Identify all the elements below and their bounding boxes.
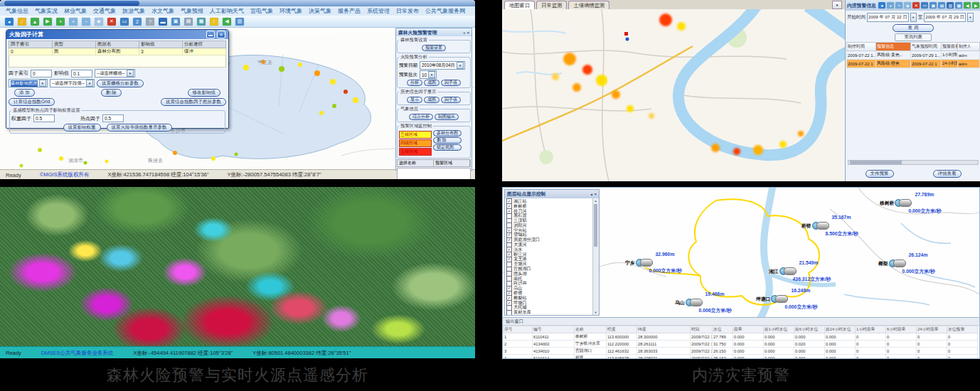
full-extent-icon[interactable]: ▭ — [119, 17, 129, 26]
station-marker[interactable]: 坪塘口 16.248m 0.000立方米/秒 — [756, 295, 789, 303]
date-from-input[interactable]: 2009 年 07 月 22 日 — [867, 13, 909, 22]
station-marker[interactable]: 乌山 19.466m 0.006立方米/秒 — [675, 299, 703, 306]
map-tab[interactable]: 日常监测 — [536, 1, 567, 9]
scroll-up-icon[interactable]: ▲ — [593, 198, 598, 203]
chart-icon[interactable]: ▥ — [235, 17, 245, 26]
record-table-header[interactable]: 气象预报时间 — [911, 43, 942, 51]
panel-hscrollbar[interactable] — [848, 160, 979, 165]
full-extent-icon[interactable]: ▭ — [921, 2, 929, 9]
weather-button[interactable]: 综合分析 — [409, 114, 433, 120]
analysis-button[interactable]: 分析 — [407, 80, 422, 86]
station-marker[interactable]: 株树桥 27.789m 0.000立方米/秒 — [880, 199, 912, 207]
gauge-icon[interactable] — [686, 299, 703, 306]
batch-select[interactable]: 10 ▾ — [420, 70, 437, 79]
analysis-button[interactable]: 成图 — [424, 80, 440, 86]
measure-icon[interactable]: ∕ — [17, 17, 27, 26]
menu-item[interactable]: 公共气象服务网 — [425, 7, 465, 15]
zoom-out-icon[interactable]: − — [81, 17, 91, 26]
warning-level-swatch[interactable]: 五级区域 — [399, 148, 432, 156]
fire-map-area[interactable]: 平江县长沙市湘潭市株洲县 火险因子计算 ▬ ✕ 因子索引类型图层名影响值分析途径… — [0, 28, 475, 169]
station-table-row[interactable]: 24134002宁乡铁冲水库112.22000028.2611112009/7/… — [504, 341, 978, 348]
menu-item[interactable]: 雷电气象 — [250, 7, 273, 15]
field-select[interactable]: --请选择字段值-- ▾ — [50, 79, 95, 87]
station-table-header[interactable]: 24小时雨量 — [917, 326, 947, 333]
file-warning-button[interactable]: 文件预警 — [866, 170, 894, 178]
refresh-icon[interactable]: ▣ — [930, 2, 937, 9]
date-to-input[interactable]: 2009 年 07 月 29 日 — [924, 13, 966, 22]
chevron-down-icon[interactable]: ▾ — [86, 80, 93, 87]
station-table-header[interactable]: 经度 — [607, 326, 637, 333]
record-table-header[interactable]: 制作人 — [958, 43, 980, 51]
delete-icon[interactable]: ✕ — [107, 17, 117, 26]
globe-icon[interactable]: ● — [4, 17, 14, 26]
pan-icon[interactable]: ◈ — [94, 17, 104, 26]
warn-setting-button[interactable]: 预警设置 — [422, 45, 446, 51]
menu-item[interactable]: 日常发布 — [396, 7, 419, 15]
save-icon[interactable]: ▦ — [955, 2, 963, 9]
set-factor-layer-button[interactable]: 设置综合指数因子图层参数 — [161, 98, 226, 106]
close-icon[interactable]: ✕ — [217, 31, 225, 38]
collapse-icon[interactable]: ▾ — [590, 192, 592, 197]
close-icon[interactable]: × — [467, 31, 469, 35]
chevron-down-icon[interactable]: ▾ — [127, 70, 134, 77]
station-table-header[interactable]: 纬度 — [637, 326, 691, 333]
pan-icon[interactable]: ◈ — [904, 2, 912, 9]
station-table-header[interactable]: 水位 — [713, 326, 733, 333]
station-table-header[interactable]: 6小时雨量 — [886, 326, 917, 333]
gauge-icon[interactable] — [779, 267, 797, 275]
select-arrow-icon[interactable]: ▶ — [43, 17, 53, 26]
add-button[interactable]: 添 加 — [14, 89, 35, 97]
menu-item[interactable]: 交通气象 — [93, 7, 116, 15]
gauge-icon[interactable] — [889, 259, 907, 267]
chevron-down-icon[interactable]: ▾ — [428, 71, 435, 78]
fly-to-icon[interactable]: ▲ — [30, 17, 40, 26]
delete-button[interactable]: 删 除 — [101, 89, 122, 97]
hydrology-map-area[interactable]: 株树桥 27.789m 0.000立方米/秒 桥驿 35.167m 8.500立… — [503, 188, 979, 319]
map-tab[interactable]: 地图窗口 — [504, 1, 535, 9]
history-button[interactable]: 显示 — [407, 97, 422, 103]
station-table-header[interactable]: 时间 — [691, 326, 713, 333]
query-list-tab[interactable]: 查询列表 — [895, 33, 932, 41]
chevron-down-icon[interactable]: ▾ — [39, 80, 46, 87]
back-icon[interactable]: ◀ — [222, 17, 232, 26]
station-table-header[interactable]: 前1小时水位 — [764, 326, 794, 333]
record-table-header[interactable]: 预警雨量类型 — [942, 43, 958, 51]
zoom-out-icon[interactable]: − — [895, 2, 903, 9]
station-table-header[interactable]: 名称 — [575, 326, 607, 333]
weather-button[interactable]: 制图输出 — [435, 114, 459, 120]
zone-button[interactable]: 删 除 — [433, 137, 462, 144]
zone-button[interactable]: 锁定视图 — [433, 144, 462, 151]
detail-view-button[interactable]: 详情查看 — [933, 170, 962, 178]
gauge-icon[interactable] — [636, 259, 654, 267]
layer-select[interactable]: 森林影响图层 ▾ — [9, 79, 48, 87]
menu-item[interactable]: 决策气象 — [309, 7, 331, 15]
delete-icon[interactable]: ✕ — [912, 2, 920, 9]
layer-checkbox-item[interactable]: 黄材水库 — [506, 310, 592, 315]
pin-icon[interactable]: ! — [209, 17, 219, 26]
zone-button[interactable]: 森林分布图 — [433, 130, 462, 136]
gauge-icon[interactable] — [812, 222, 830, 230]
station-marker[interactable]: 宁乡 32.960m 0.000立方米/秒 — [625, 259, 654, 267]
checkbox[interactable] — [506, 310, 512, 315]
menu-item[interactable]: 林业气象 — [64, 7, 87, 15]
gauge-icon[interactable] — [771, 295, 789, 303]
factor-table-row[interactable]: 0面森林分布图3缓冲 — [9, 48, 226, 55]
set-raster-params-button[interactable]: 设置栅格分析参数 — [97, 80, 144, 87]
export-icon[interactable]: ▦ — [196, 17, 206, 26]
station-table-row[interactable]: 46110414桥驿113.64567828.4383312009/7/22 1… — [504, 355, 978, 360]
layers-icon[interactable]: 2 — [132, 17, 142, 26]
chevron-down-icon[interactable]: ▾ — [910, 13, 917, 22]
image-icon[interactable]: ▣ — [171, 17, 181, 26]
zoom-in-icon[interactable]: + — [887, 2, 895, 9]
menu-item[interactable]: 气象预报 — [181, 7, 203, 15]
record-table-header[interactable]: 预警信息 — [876, 43, 911, 51]
map-icon[interactable]: ▥ — [947, 2, 954, 9]
zoom-in-icon[interactable]: + — [68, 17, 78, 26]
impact-input[interactable]: 0.1 — [71, 70, 92, 77]
history-button[interactable]: 成图 — [424, 97, 440, 103]
forward-icon[interactable]: ▶ — [972, 2, 980, 9]
zone-list[interactable] — [397, 168, 471, 179]
dock-tab[interactable]: 输出窗口 — [506, 318, 523, 325]
menu-item[interactable]: 气象信息 — [6, 7, 28, 15]
chevron-down-icon[interactable]: ▾ — [457, 62, 464, 69]
